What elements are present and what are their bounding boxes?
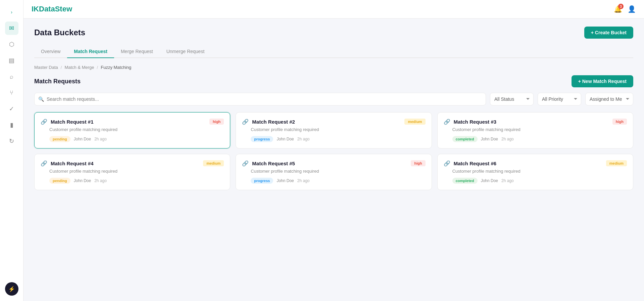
search-input[interactable] <box>34 93 486 105</box>
chart-icon: ▮ <box>10 121 13 129</box>
sidebar-item-messages[interactable]: ✉ <box>5 22 18 35</box>
status-badge-2: progress <box>251 136 273 142</box>
sidebar-item-branch[interactable]: ⑂ <box>5 86 18 99</box>
card-time-1: 2h ago <box>94 137 107 141</box>
card-title-row-1: 🔗 Match Request #1 <box>41 119 94 125</box>
assigned-filter[interactable]: Assigned to Me All Unassigned <box>585 93 633 105</box>
link-icon-5: 🔗 <box>242 160 249 167</box>
tabs-bar: Overview Match Request Merge Request Unm… <box>34 45 633 58</box>
match-request-card-3[interactable]: 🔗 Match Request #3 high Customer profile… <box>437 112 633 148</box>
refresh-icon: ↻ <box>9 137 14 145</box>
priority-badge-4: medium <box>203 160 224 166</box>
database-icon: ▤ <box>9 57 14 64</box>
status-badge-3: completed <box>452 136 478 142</box>
card-desc-3: Customer profile matching required <box>452 127 627 132</box>
section-header: Match Requests + New Match Request <box>34 75 633 87</box>
card-desc-1: Customer profile matching required <box>49 127 224 132</box>
breadcrumb: Master Data / Match & Merge / Fuzzy Matc… <box>34 65 633 70</box>
card-time-5: 2h ago <box>297 178 310 183</box>
status-badge-6: completed <box>452 178 478 184</box>
check-icon: ✓ <box>9 105 14 113</box>
link-icon-6: 🔗 <box>444 160 450 167</box>
card-desc-6: Customer profile matching required <box>452 169 627 174</box>
card-title-row-4: 🔗 Match Request #4 <box>41 160 94 167</box>
breadcrumb-fuzzy-matching[interactable]: Fuzzy Matching <box>101 65 131 70</box>
sidebar-item-chart[interactable]: ▮ <box>5 118 18 132</box>
tab-match-request[interactable]: Match Request <box>67 45 114 58</box>
card-footer-2: progress John Doe 2h ago <box>251 136 425 142</box>
card-time-6: 2h ago <box>501 178 514 183</box>
card-header-6: 🔗 Match Request #6 medium <box>444 160 627 167</box>
priority-filter[interactable]: All Priority High Medium Low <box>538 93 581 105</box>
card-header-4: 🔗 Match Request #4 medium <box>41 160 224 167</box>
match-request-card-2[interactable]: 🔗 Match Request #2 medium Customer profi… <box>236 112 432 148</box>
card-title-row-3: 🔗 Match Request #3 <box>444 119 497 125</box>
user-menu-button[interactable]: 👤 <box>628 5 636 13</box>
link-icon-1: 🔗 <box>41 119 47 125</box>
main-area: IKDataStew 🔔 3 👤 Data Buckets + Create B… <box>23 0 644 301</box>
page-header: Data Buckets + Create Bucket <box>34 27 633 39</box>
cards-grid: 🔗 Match Request #1 high Customer profile… <box>34 112 633 190</box>
breadcrumb-match-merge[interactable]: Match & Merge <box>64 65 94 70</box>
link-icon-4: 🔗 <box>41 160 47 167</box>
tab-overview[interactable]: Overview <box>34 45 67 58</box>
card-user-1: John Doe <box>74 137 91 141</box>
filter-row: 🔍 All Status Pending In Progress Complet… <box>34 93 633 105</box>
breadcrumb-sep-1: / <box>61 65 62 70</box>
priority-badge-2: medium <box>404 119 425 125</box>
card-user-3: John Doe <box>481 137 498 141</box>
card-title-row-6: 🔗 Match Request #6 <box>444 160 497 167</box>
status-badge-4: pending <box>49 178 70 184</box>
card-header-1: 🔗 Match Request #1 high <box>41 119 224 125</box>
priority-badge-3: high <box>612 119 627 125</box>
sidebar: › ✉ ⬡ ▤ ⌕ ⑂ ✓ ▮ ↻ ⚡ <box>0 0 23 301</box>
card-user-4: John Doe <box>74 178 91 183</box>
priority-badge-5: high <box>411 160 425 166</box>
status-filter[interactable]: All Status Pending In Progress Completed <box>490 93 534 105</box>
card-title-4: Match Request #4 <box>51 161 94 166</box>
sidebar-item-refresh[interactable]: ↻ <box>5 134 18 148</box>
topbar: IKDataStew 🔔 3 👤 <box>23 0 644 18</box>
card-title-row-5: 🔗 Match Request #5 <box>242 160 295 167</box>
card-footer-1: pending John Doe 2h ago <box>49 136 224 142</box>
match-request-card-1[interactable]: 🔗 Match Request #1 high Customer profile… <box>34 112 230 148</box>
notifications-button[interactable]: 🔔 3 <box>614 5 622 13</box>
tab-unmerge-request[interactable]: Unmerge Request <box>160 45 211 58</box>
priority-badge-6: medium <box>606 160 627 166</box>
expand-icon[interactable]: › <box>5 5 18 19</box>
card-time-3: 2h ago <box>501 137 514 141</box>
sidebar-item-search[interactable]: ⌕ <box>5 70 18 83</box>
sidebar-item-database[interactable]: ▤ <box>5 54 18 67</box>
card-time-4: 2h ago <box>94 178 107 183</box>
card-time-2: 2h ago <box>297 137 310 141</box>
status-badge-5: progress <box>251 178 273 184</box>
search-icon: ⌕ <box>10 73 13 80</box>
breadcrumb-master-data[interactable]: Master Data <box>34 65 58 70</box>
card-desc-5: Customer profile matching required <box>251 169 425 174</box>
card-footer-6: completed John Doe 2h ago <box>452 178 627 184</box>
card-title-1: Match Request #1 <box>51 119 94 125</box>
sidebar-item-shield[interactable]: ⬡ <box>5 38 18 51</box>
card-title-2: Match Request #2 <box>252 119 295 125</box>
sidebar-item-check[interactable]: ✓ <box>5 102 18 116</box>
card-footer-5: progress John Doe 2h ago <box>251 178 425 184</box>
status-badge-1: pending <box>49 136 70 142</box>
create-bucket-button[interactable]: + Create Bucket <box>584 27 633 39</box>
card-desc-4: Customer profile matching required <box>49 169 224 174</box>
messages-icon: ✉ <box>9 25 14 32</box>
card-user-5: John Doe <box>277 178 294 183</box>
card-title-5: Match Request #5 <box>252 161 295 166</box>
new-match-request-button[interactable]: + New Match Request <box>572 75 633 87</box>
link-icon-3: 🔗 <box>444 119 450 125</box>
priority-badge-1: high <box>209 119 224 125</box>
match-request-card-6[interactable]: 🔗 Match Request #6 medium Customer profi… <box>437 154 633 190</box>
tab-merge-request[interactable]: Merge Request <box>114 45 160 58</box>
card-footer-4: pending John Doe 2h ago <box>49 178 224 184</box>
match-request-card-4[interactable]: 🔗 Match Request #4 medium Customer profi… <box>34 154 230 190</box>
section-title: Match Requests <box>34 78 81 85</box>
app-logo: IKDataStew <box>32 5 72 13</box>
card-title-3: Match Request #3 <box>454 119 497 125</box>
bolt-button[interactable]: ⚡ <box>5 282 18 296</box>
card-header-3: 🔗 Match Request #3 high <box>444 119 627 125</box>
match-request-card-5[interactable]: 🔗 Match Request #5 high Customer profile… <box>236 154 432 190</box>
